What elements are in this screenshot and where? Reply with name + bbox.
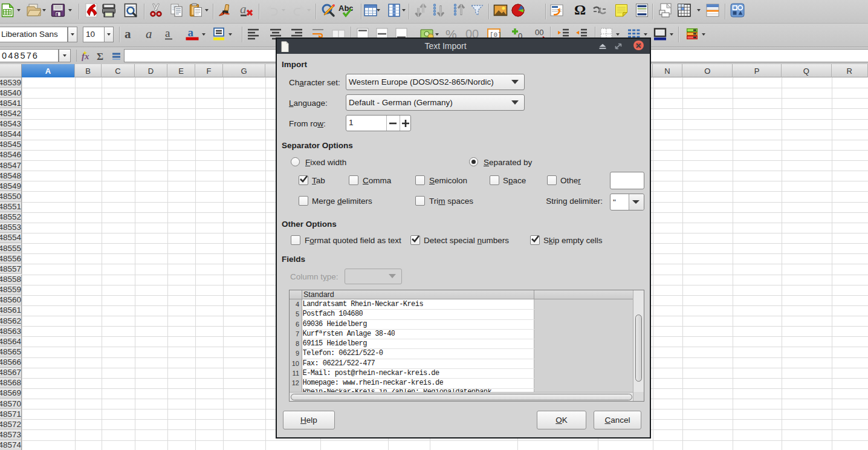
svg-text:Abc: Abc [338, 4, 353, 13]
svg-text:a: a [125, 27, 131, 41]
svg-text:Ω: Ω [574, 3, 586, 18]
svg-text:Σ: Σ [97, 51, 103, 61]
svg-text:a: a [146, 27, 152, 41]
svg-text:a: a [188, 27, 194, 39]
svg-text:00: 00 [535, 28, 543, 37]
svg-text:a: a [165, 27, 170, 39]
svg-text:a: a [240, 3, 247, 16]
